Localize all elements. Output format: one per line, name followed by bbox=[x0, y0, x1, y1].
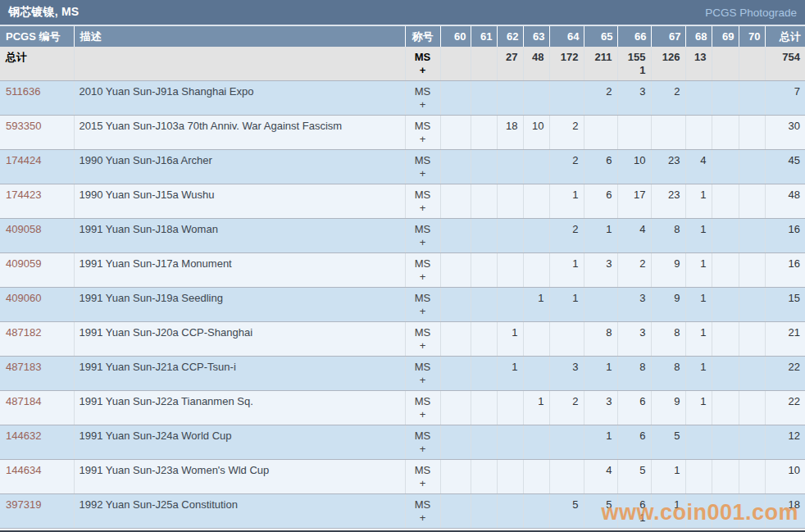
grade-cell-68: 1 bbox=[685, 356, 712, 390]
grade-cell-62: 1 bbox=[497, 356, 523, 390]
col-header-designation: 称号 bbox=[405, 26, 440, 47]
pcgs-number-cell: 511636 bbox=[0, 80, 74, 115]
pcgs-number-link[interactable]: 397319 bbox=[6, 498, 41, 511]
grade-cell-65: 3 bbox=[584, 390, 617, 425]
grade-cell-61 bbox=[471, 47, 497, 80]
grade-cell-61 bbox=[471, 425, 497, 459]
grade-cell-68: 1 bbox=[685, 252, 712, 287]
pcgs-number-link[interactable]: 593350 bbox=[6, 120, 41, 132]
grade-cell-64: 1 bbox=[549, 184, 584, 218]
grade-cell-68: 1 bbox=[685, 218, 712, 252]
col-header-total: 总计 bbox=[765, 26, 805, 47]
grade-cell-68: 1 bbox=[685, 321, 712, 356]
pcgs-number-link[interactable]: 409059 bbox=[6, 257, 41, 270]
grade-cell-66: 6 bbox=[617, 425, 651, 459]
totals-row: 总计MS+2748172211155112613754 bbox=[0, 47, 805, 80]
pcgs-number-link[interactable]: 487183 bbox=[6, 361, 41, 373]
grade-cell-61 bbox=[471, 459, 497, 493]
grade-cell-70 bbox=[739, 390, 765, 425]
grade-cell-67: 9 bbox=[651, 390, 685, 425]
designation-cell: MS+ bbox=[405, 321, 440, 356]
pcgs-number-cell: 487184 bbox=[0, 390, 74, 425]
grade-cell-62 bbox=[497, 252, 523, 287]
total-cell: 15 bbox=[765, 287, 805, 321]
grade-cell-62: 27 bbox=[497, 47, 523, 80]
grade-cell-64: 172 bbox=[549, 47, 584, 80]
grade-cell-68 bbox=[685, 493, 712, 528]
grade-cell-66 bbox=[617, 115, 651, 149]
pcgs-number-cell: 487183 bbox=[0, 356, 74, 390]
grade-cell-62: 1 bbox=[497, 321, 523, 356]
table-row: 1446321991 Yuan Sun-J24a World CupMS+165… bbox=[0, 425, 805, 459]
pcgs-number-link[interactable]: 174424 bbox=[6, 154, 41, 166]
grade-cell-64 bbox=[549, 321, 584, 356]
pcgs-number-link[interactable]: 511636 bbox=[6, 85, 40, 98]
col-header-68: 68 bbox=[685, 26, 712, 47]
description-cell: 1991 Yuan Sun-J17a Monument bbox=[74, 252, 405, 287]
grade-cell-69 bbox=[712, 80, 739, 115]
col-header-63: 63 bbox=[523, 26, 549, 47]
grade-cell-69 bbox=[712, 425, 739, 459]
description-cell: 1990 Yuan Sun-J16a Archer bbox=[74, 149, 405, 184]
table-row: 4871841991 Yuan Sun-J22a Tiananmen Sq.MS… bbox=[0, 390, 805, 425]
grade-cell-61 bbox=[471, 184, 497, 218]
grade-cell-66: 8 bbox=[617, 356, 651, 390]
grade-cell-68: 1 bbox=[685, 390, 712, 425]
col-header-description: 描述 bbox=[74, 26, 405, 47]
grade-cell-70 bbox=[739, 184, 765, 218]
pcgs-number-link[interactable]: 487184 bbox=[6, 395, 41, 407]
grade-cell-65: 1 bbox=[584, 356, 617, 390]
col-header-66: 66 bbox=[617, 26, 651, 47]
pcgs-number-cell: 174423 bbox=[0, 184, 74, 218]
grade-cell-62 bbox=[497, 459, 523, 493]
grade-cell-69 bbox=[712, 149, 739, 184]
pcgs-number-cell: 409059 bbox=[0, 252, 74, 287]
description-cell: 1991 Yuan Sun-J19a Seedling bbox=[74, 287, 405, 321]
pcgs-number-link[interactable]: 409060 bbox=[6, 292, 41, 304]
grade-cell-68: 13 bbox=[685, 47, 712, 80]
grade-cell-60 bbox=[440, 356, 471, 390]
description-cell: 1991 Yuan Sun-J22a Tiananmen Sq. bbox=[74, 390, 405, 425]
grade-cell-70 bbox=[739, 493, 765, 528]
pcgs-number-link[interactable]: 409058 bbox=[6, 223, 41, 235]
grade-cell-69 bbox=[712, 184, 739, 218]
grade-cell-69 bbox=[712, 459, 739, 493]
total-cell: 16 bbox=[765, 218, 805, 252]
pcgs-number-link[interactable]: 487182 bbox=[6, 326, 41, 339]
pcgs-number-link[interactable]: 174423 bbox=[6, 189, 41, 201]
grade-cell-60 bbox=[440, 425, 471, 459]
grade-cell-64: 1 bbox=[549, 252, 584, 287]
grade-cell-68: 4 bbox=[685, 149, 712, 184]
grade-cell-67 bbox=[651, 115, 685, 149]
grade-cell-67: 9 bbox=[651, 252, 685, 287]
grade-cell-65: 211 bbox=[584, 47, 617, 80]
table-row: 4871831991 Yuan Sun-J21a CCP-Tsun-iMS+13… bbox=[0, 356, 805, 390]
grade-cell-67: 2 bbox=[651, 80, 685, 115]
table-row: 1744241990 Yuan Sun-J16a ArcherMS+261023… bbox=[0, 149, 805, 184]
grade-cell-69 bbox=[712, 115, 739, 149]
grade-cell-63 bbox=[523, 149, 549, 184]
grade-cell-65 bbox=[584, 115, 617, 149]
population-table: PCGS 编号 描述 称号 60 61 62 63 64 65 66 67 68… bbox=[0, 26, 805, 529]
grade-cell-70 bbox=[739, 115, 765, 149]
grade-cell-61 bbox=[471, 252, 497, 287]
pcgs-photograde-link[interactable]: PCGS Photograde bbox=[705, 7, 797, 19]
grade-cell-60 bbox=[440, 80, 471, 115]
description-cell: 1991 Yuan Sun-J21a CCP-Tsun-i bbox=[74, 356, 405, 390]
designation-cell: MS+ bbox=[405, 184, 440, 218]
description-cell: 1991 Yuan Sun-J18a Woman bbox=[74, 218, 405, 252]
designation-cell: MS+ bbox=[405, 425, 440, 459]
grade-cell-64 bbox=[549, 459, 584, 493]
grade-cell-61 bbox=[471, 287, 497, 321]
grade-cell-63 bbox=[523, 459, 549, 493]
total-cell: 16 bbox=[765, 252, 805, 287]
grade-cell-67: 8 bbox=[651, 356, 685, 390]
designation-cell: MS+ bbox=[405, 252, 440, 287]
grade-cell-70 bbox=[739, 425, 765, 459]
grade-cell-65: 1 bbox=[584, 218, 617, 252]
grade-cell-65: 8 bbox=[584, 321, 617, 356]
description-cell: 1991 Yuan Sun-J24a World Cup bbox=[74, 425, 405, 459]
pcgs-number-link[interactable]: 144634 bbox=[6, 464, 41, 476]
description-cell: 1990 Yuan Sun-J15a Wushu bbox=[74, 184, 405, 218]
pcgs-number-link[interactable]: 144632 bbox=[6, 430, 41, 442]
